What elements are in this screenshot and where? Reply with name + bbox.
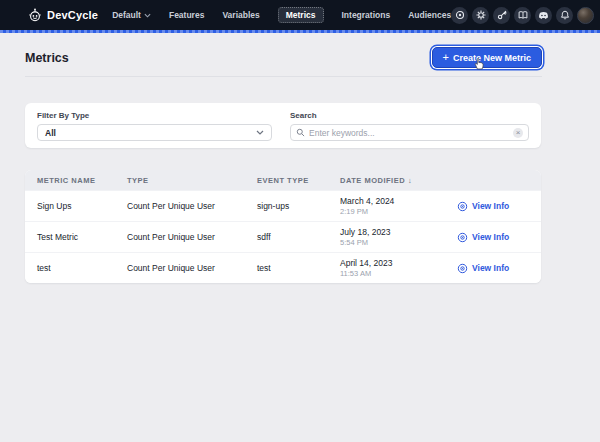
nav-links: DefaultFeaturesVariablesMetricsIntegrati… (112, 7, 451, 23)
book-icon[interactable] (514, 7, 531, 24)
top-navbar: DevCycle DefaultFeaturesVariablesMetrics… (0, 0, 600, 30)
gear-icon[interactable] (472, 7, 489, 24)
view-info-link[interactable]: View Info (457, 232, 529, 243)
header-divider (25, 76, 542, 77)
column-header-metric-name[interactable]: METRIC NAME (37, 176, 127, 185)
navbar-actions (451, 7, 594, 24)
nav-item-label: Metrics (286, 10, 316, 20)
search-box: × (290, 124, 529, 141)
nav-item-label: Integrations (342, 10, 391, 20)
table-row: Test Metric Count Per Unique User sdff J… (25, 221, 541, 252)
cell-date: April 14, 2023 (340, 258, 457, 269)
nav-item-default[interactable]: Default (112, 7, 151, 23)
table-row: test Count Per Unique User test April 14… (25, 252, 541, 283)
create-new-metric-button[interactable]: + Create New Metric (432, 47, 542, 68)
eye-icon (457, 201, 468, 212)
cell-date: March 4, 2024 (340, 196, 457, 207)
create-new-metric-label: Create New Metric (453, 53, 531, 63)
eye-icon (457, 263, 468, 274)
cell-date-modified: July 18, 2023 5:54 PM (340, 227, 457, 247)
filter-type-value: All (45, 128, 256, 138)
cell-event-type: sdff (257, 232, 340, 242)
cell-event-type: sign-ups (257, 201, 340, 211)
cell-metric-name: Test Metric (37, 232, 127, 242)
nav-item-metrics[interactable]: Metrics (278, 7, 324, 23)
search-input[interactable] (309, 128, 513, 138)
cell-time: 11:53 AM (340, 269, 457, 278)
cell-event-type: test (257, 263, 340, 273)
cell-type: Count Per Unique User (127, 201, 257, 211)
table-row: Sign Ups Count Per Unique User sign-ups … (25, 190, 541, 221)
nav-item-audiences[interactable]: Audiences (408, 7, 451, 23)
nav-item-integrations[interactable]: Integrations (342, 7, 391, 23)
cell-time: 2:19 PM (340, 207, 457, 216)
metrics-table: METRIC NAME TYPE EVENT TYPE DATE MODIFIE… (25, 170, 541, 283)
discord-icon[interactable] (535, 7, 552, 24)
key-icon[interactable] (493, 7, 510, 24)
view-info-label: View Info (472, 263, 509, 273)
plus-icon: + (443, 52, 449, 63)
sort-descending-icon: ↓ (408, 176, 412, 185)
view-info-label: View Info (472, 201, 509, 211)
cell-date: July 18, 2023 (340, 227, 457, 238)
filter-by-type-label: Filter By Type (37, 111, 272, 120)
nav-item-variables[interactable]: Variables (222, 7, 259, 23)
column-header-event-type[interactable]: EVENT TYPE (257, 176, 340, 185)
table-body: Sign Ups Count Per Unique User sign-ups … (25, 190, 541, 283)
nav-item-features[interactable]: Features (169, 7, 204, 23)
robot-logo-icon (28, 8, 42, 22)
column-header-type[interactable]: TYPE (127, 176, 257, 185)
cell-type: Count Per Unique User (127, 232, 257, 242)
cell-metric-name: Sign Ups (37, 201, 127, 211)
cell-time: 5:54 PM (340, 238, 457, 247)
target-icon[interactable] (451, 7, 468, 24)
accent-bar (0, 30, 600, 33)
cell-type: Count Per Unique User (127, 263, 257, 273)
user-avatar[interactable] (577, 7, 594, 24)
chevron-down-icon (144, 13, 151, 18)
table-header-row: METRIC NAME TYPE EVENT TYPE DATE MODIFIE… (25, 170, 541, 190)
nav-item-label: Audiences (408, 10, 451, 20)
view-info-label: View Info (472, 232, 509, 242)
nav-item-label: Default (112, 10, 141, 20)
view-info-link[interactable]: View Info (457, 201, 529, 212)
nav-item-label: Variables (222, 10, 259, 20)
search-label: Search (290, 111, 529, 120)
column-header-date-modified[interactable]: DATE MODIFIED ↓ (340, 176, 457, 185)
cell-date-modified: April 14, 2023 11:53 AM (340, 258, 457, 278)
cell-metric-name: test (37, 263, 127, 273)
clear-search-icon[interactable]: × (513, 128, 523, 138)
nav-item-label: Features (169, 10, 204, 20)
devcycle-logo[interactable]: DevCycle (28, 8, 98, 22)
brand-name: DevCycle (47, 9, 98, 21)
chevron-down-icon (256, 130, 264, 135)
filter-card: Filter By Type All Search × (25, 103, 541, 148)
search-icon (296, 128, 305, 137)
filter-type-select[interactable]: All (37, 124, 272, 141)
cell-date-modified: March 4, 2024 2:19 PM (340, 196, 457, 216)
view-info-link[interactable]: View Info (457, 263, 529, 274)
eye-icon (457, 232, 468, 243)
page-title: Metrics (25, 51, 69, 65)
bell-icon[interactable] (556, 7, 573, 24)
